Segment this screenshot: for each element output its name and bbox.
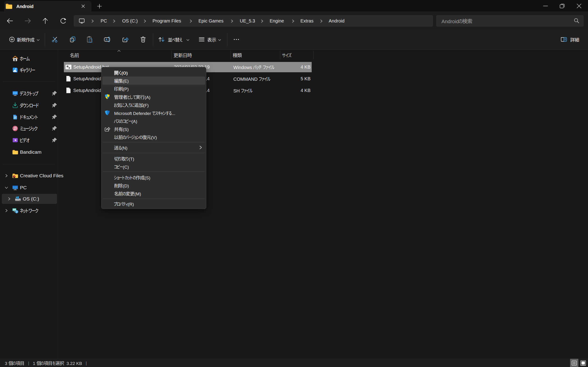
svg-text:A: A (105, 38, 108, 41)
